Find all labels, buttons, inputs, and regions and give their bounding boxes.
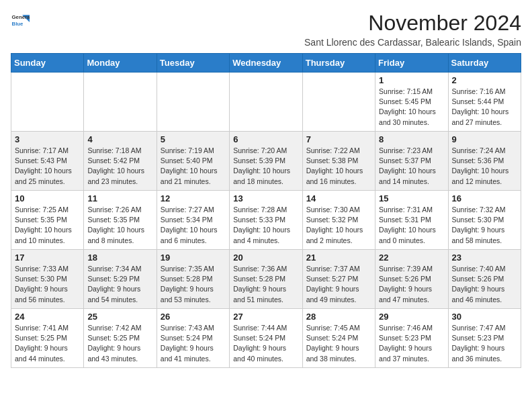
day-info: Sunrise: 7:20 AM Sunset: 5:39 PM Dayligh… xyxy=(233,146,298,187)
calendar-day-cell: 30Sunrise: 7:47 AM Sunset: 5:23 PM Dayli… xyxy=(448,309,521,368)
logo-icon: General Blue xyxy=(11,11,30,30)
day-info: Sunrise: 7:39 AM Sunset: 5:26 PM Dayligh… xyxy=(379,264,444,305)
calendar-day-cell: 11Sunrise: 7:26 AM Sunset: 5:35 PM Dayli… xyxy=(84,191,157,250)
day-info: Sunrise: 7:34 AM Sunset: 5:29 PM Dayligh… xyxy=(87,264,152,305)
calendar-table: SundayMondayTuesdayWednesdayThursdayFrid… xyxy=(11,53,521,368)
day-info: Sunrise: 7:22 AM Sunset: 5:38 PM Dayligh… xyxy=(306,146,371,187)
day-number: 24 xyxy=(15,312,80,322)
day-of-week-header: Monday xyxy=(84,54,157,73)
day-number: 23 xyxy=(452,253,517,263)
day-info: Sunrise: 7:32 AM Sunset: 5:30 PM Dayligh… xyxy=(452,205,517,246)
month-title: November 2024 xyxy=(304,11,521,36)
calendar-day-cell: 13Sunrise: 7:28 AM Sunset: 5:33 PM Dayli… xyxy=(230,191,302,250)
day-number: 8 xyxy=(379,134,444,144)
calendar-week-row: 10Sunrise: 7:25 AM Sunset: 5:35 PM Dayli… xyxy=(11,191,521,250)
day-number: 18 xyxy=(87,253,152,263)
calendar-day-cell: 6Sunrise: 7:20 AM Sunset: 5:39 PM Daylig… xyxy=(230,132,302,191)
calendar-day-cell: 5Sunrise: 7:19 AM Sunset: 5:40 PM Daylig… xyxy=(157,132,229,191)
day-number: 1 xyxy=(379,75,444,85)
day-number: 7 xyxy=(306,134,371,144)
calendar-day-cell xyxy=(11,73,84,132)
calendar-day-cell: 26Sunrise: 7:43 AM Sunset: 5:24 PM Dayli… xyxy=(157,309,229,368)
day-info: Sunrise: 7:25 AM Sunset: 5:35 PM Dayligh… xyxy=(15,205,80,246)
calendar-day-cell: 9Sunrise: 7:24 AM Sunset: 5:36 PM Daylig… xyxy=(448,132,521,191)
day-info: Sunrise: 7:42 AM Sunset: 5:25 PM Dayligh… xyxy=(87,323,152,364)
calendar-day-cell: 15Sunrise: 7:31 AM Sunset: 5:31 PM Dayli… xyxy=(375,191,448,250)
day-of-week-header: Friday xyxy=(375,54,448,73)
day-info: Sunrise: 7:30 AM Sunset: 5:32 PM Dayligh… xyxy=(306,205,371,246)
calendar-day-cell: 18Sunrise: 7:34 AM Sunset: 5:29 PM Dayli… xyxy=(84,250,157,309)
day-number: 12 xyxy=(161,193,226,203)
day-number: 21 xyxy=(306,253,371,263)
day-number: 25 xyxy=(87,312,152,322)
calendar-day-cell: 4Sunrise: 7:18 AM Sunset: 5:42 PM Daylig… xyxy=(84,132,157,191)
day-info: Sunrise: 7:28 AM Sunset: 5:33 PM Dayligh… xyxy=(233,205,298,246)
calendar-day-cell: 21Sunrise: 7:37 AM Sunset: 5:27 PM Dayli… xyxy=(302,250,375,309)
calendar-week-row: 24Sunrise: 7:41 AM Sunset: 5:25 PM Dayli… xyxy=(11,309,521,368)
location-subtitle: Sant Llorenc des Cardassar, Balearic Isl… xyxy=(304,37,521,48)
day-number: 26 xyxy=(161,312,226,322)
day-of-week-header: Saturday xyxy=(448,54,521,73)
day-info: Sunrise: 7:41 AM Sunset: 5:25 PM Dayligh… xyxy=(15,323,80,364)
day-info: Sunrise: 7:17 AM Sunset: 5:43 PM Dayligh… xyxy=(15,146,80,187)
calendar-day-cell: 10Sunrise: 7:25 AM Sunset: 5:35 PM Dayli… xyxy=(11,191,84,250)
calendar-week-row: 3Sunrise: 7:17 AM Sunset: 5:43 PM Daylig… xyxy=(11,132,521,191)
day-of-week-header: Tuesday xyxy=(157,54,229,73)
day-info: Sunrise: 7:40 AM Sunset: 5:26 PM Dayligh… xyxy=(452,264,517,305)
calendar-day-cell xyxy=(84,73,157,132)
day-info: Sunrise: 7:44 AM Sunset: 5:24 PM Dayligh… xyxy=(233,323,298,364)
day-number: 17 xyxy=(15,253,80,263)
day-info: Sunrise: 7:43 AM Sunset: 5:24 PM Dayligh… xyxy=(161,323,226,364)
calendar-day-cell: 7Sunrise: 7:22 AM Sunset: 5:38 PM Daylig… xyxy=(302,132,375,191)
day-info: Sunrise: 7:47 AM Sunset: 5:23 PM Dayligh… xyxy=(452,323,517,364)
day-number: 2 xyxy=(452,75,517,85)
calendar-day-cell xyxy=(302,73,375,132)
day-info: Sunrise: 7:31 AM Sunset: 5:31 PM Dayligh… xyxy=(379,205,444,246)
day-info: Sunrise: 7:33 AM Sunset: 5:30 PM Dayligh… xyxy=(15,264,80,305)
calendar-day-cell: 3Sunrise: 7:17 AM Sunset: 5:43 PM Daylig… xyxy=(11,132,84,191)
day-number: 13 xyxy=(233,193,298,203)
calendar-day-cell: 24Sunrise: 7:41 AM Sunset: 5:25 PM Dayli… xyxy=(11,309,84,368)
day-info: Sunrise: 7:27 AM Sunset: 5:34 PM Dayligh… xyxy=(161,205,226,246)
calendar-day-cell: 29Sunrise: 7:46 AM Sunset: 5:23 PM Dayli… xyxy=(375,309,448,368)
day-info: Sunrise: 7:35 AM Sunset: 5:28 PM Dayligh… xyxy=(161,264,226,305)
day-number: 16 xyxy=(452,193,517,203)
day-number: 6 xyxy=(233,134,298,144)
day-info: Sunrise: 7:23 AM Sunset: 5:37 PM Dayligh… xyxy=(379,146,444,187)
calendar-day-cell: 20Sunrise: 7:36 AM Sunset: 5:28 PM Dayli… xyxy=(230,250,302,309)
calendar-day-cell: 28Sunrise: 7:45 AM Sunset: 5:24 PM Dayli… xyxy=(302,309,375,368)
day-number: 30 xyxy=(452,312,517,322)
day-number: 22 xyxy=(379,253,444,263)
svg-text:Blue: Blue xyxy=(12,21,24,27)
day-number: 28 xyxy=(306,312,371,322)
calendar-day-cell: 22Sunrise: 7:39 AM Sunset: 5:26 PM Dayli… xyxy=(375,250,448,309)
calendar-header-row: SundayMondayTuesdayWednesdayThursdayFrid… xyxy=(11,54,521,73)
calendar-day-cell: 16Sunrise: 7:32 AM Sunset: 5:30 PM Dayli… xyxy=(448,191,521,250)
day-info: Sunrise: 7:45 AM Sunset: 5:24 PM Dayligh… xyxy=(306,323,371,364)
day-number: 11 xyxy=(87,193,152,203)
day-number: 19 xyxy=(161,253,226,263)
day-info: Sunrise: 7:46 AM Sunset: 5:23 PM Dayligh… xyxy=(379,323,444,364)
calendar-day-cell: 14Sunrise: 7:30 AM Sunset: 5:32 PM Dayli… xyxy=(302,191,375,250)
day-number: 4 xyxy=(87,134,152,144)
calendar-day-cell: 25Sunrise: 7:42 AM Sunset: 5:25 PM Dayli… xyxy=(84,309,157,368)
calendar-week-row: 1Sunrise: 7:15 AM Sunset: 5:45 PM Daylig… xyxy=(11,73,521,132)
day-number: 29 xyxy=(379,312,444,322)
day-number: 3 xyxy=(15,134,80,144)
day-info: Sunrise: 7:18 AM Sunset: 5:42 PM Dayligh… xyxy=(87,146,152,187)
title-block: November 2024 Sant Llorenc des Cardassar… xyxy=(304,11,521,48)
day-info: Sunrise: 7:37 AM Sunset: 5:27 PM Dayligh… xyxy=(306,264,371,305)
calendar-day-cell: 23Sunrise: 7:40 AM Sunset: 5:26 PM Dayli… xyxy=(448,250,521,309)
calendar-week-row: 17Sunrise: 7:33 AM Sunset: 5:30 PM Dayli… xyxy=(11,250,521,309)
calendar-day-cell: 27Sunrise: 7:44 AM Sunset: 5:24 PM Dayli… xyxy=(230,309,302,368)
day-info: Sunrise: 7:26 AM Sunset: 5:35 PM Dayligh… xyxy=(87,205,152,246)
day-number: 14 xyxy=(306,193,371,203)
day-info: Sunrise: 7:36 AM Sunset: 5:28 PM Dayligh… xyxy=(233,264,298,305)
day-number: 27 xyxy=(233,312,298,322)
day-info: Sunrise: 7:19 AM Sunset: 5:40 PM Dayligh… xyxy=(161,146,226,187)
calendar-day-cell: 19Sunrise: 7:35 AM Sunset: 5:28 PM Dayli… xyxy=(157,250,229,309)
calendar-day-cell: 2Sunrise: 7:16 AM Sunset: 5:44 PM Daylig… xyxy=(448,73,521,132)
calendar-day-cell: 8Sunrise: 7:23 AM Sunset: 5:37 PM Daylig… xyxy=(375,132,448,191)
svg-text:General: General xyxy=(12,14,30,20)
day-info: Sunrise: 7:15 AM Sunset: 5:45 PM Dayligh… xyxy=(379,87,444,128)
